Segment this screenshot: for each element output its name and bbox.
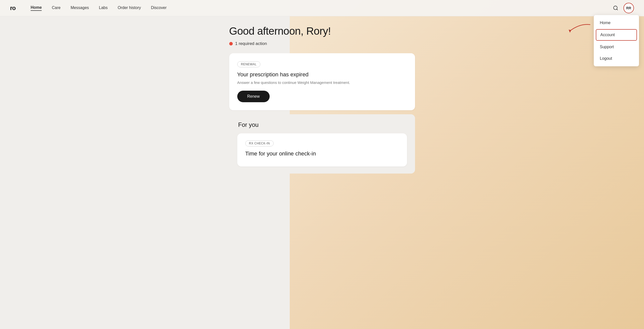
avatar-button[interactable]: RR: [623, 3, 634, 13]
rx-title: Time for your online check-in: [245, 150, 399, 157]
nav-discover[interactable]: Discover: [151, 6, 166, 11]
arrow-annotation: [565, 22, 595, 38]
navigation: ro Home Care Messages Labs Order history…: [0, 0, 644, 16]
svg-marker-2: [569, 30, 571, 33]
nav-home[interactable]: Home: [31, 5, 42, 11]
nav-links: Home Care Messages Labs Order history Di…: [31, 5, 613, 11]
logo[interactable]: ro: [10, 5, 16, 12]
renewal-title: Your prescription has expired: [237, 71, 407, 78]
renewal-subtitle: Answer a few questions to continue Weigh…: [237, 80, 407, 85]
dropdown-home[interactable]: Home: [594, 17, 639, 29]
dropdown-menu: Home Account Support Logout: [594, 15, 639, 66]
nav-right: RR: [613, 3, 634, 13]
rx-badge: RX CHECK-IN: [245, 140, 274, 146]
required-action-label: required action: [239, 41, 267, 46]
svg-point-0: [614, 6, 617, 10]
dropdown-account[interactable]: Account: [596, 29, 637, 41]
required-action-text: 1 required action: [235, 41, 267, 46]
for-you-container: For you RX CHECK-IN Time for your online…: [229, 114, 415, 174]
rx-checkin-card: RX CHECK-IN Time for your online check-i…: [237, 133, 407, 167]
search-icon[interactable]: [613, 5, 618, 11]
renew-button[interactable]: Renew: [237, 91, 270, 102]
renewal-badge: RENEWAL: [237, 61, 260, 67]
dropdown-logout[interactable]: Logout: [594, 53, 639, 64]
main-content: Good afternoon, Rory! 1 required action …: [224, 0, 420, 174]
nav-messages[interactable]: Messages: [71, 6, 89, 11]
dropdown-support[interactable]: Support: [594, 41, 639, 53]
nav-labs[interactable]: Labs: [99, 6, 108, 11]
nav-order-history[interactable]: Order history: [118, 6, 141, 11]
greeting: Good afternoon, Rory!: [229, 25, 415, 37]
required-action-bar: 1 required action: [229, 41, 415, 46]
renewal-card: RENEWAL Your prescription has expired An…: [229, 53, 415, 110]
required-action-count: 1: [235, 41, 238, 46]
for-you-title: For you: [237, 121, 407, 128]
nav-care[interactable]: Care: [52, 6, 61, 11]
svg-line-1: [617, 9, 618, 10]
required-action-dot: [229, 42, 233, 45]
